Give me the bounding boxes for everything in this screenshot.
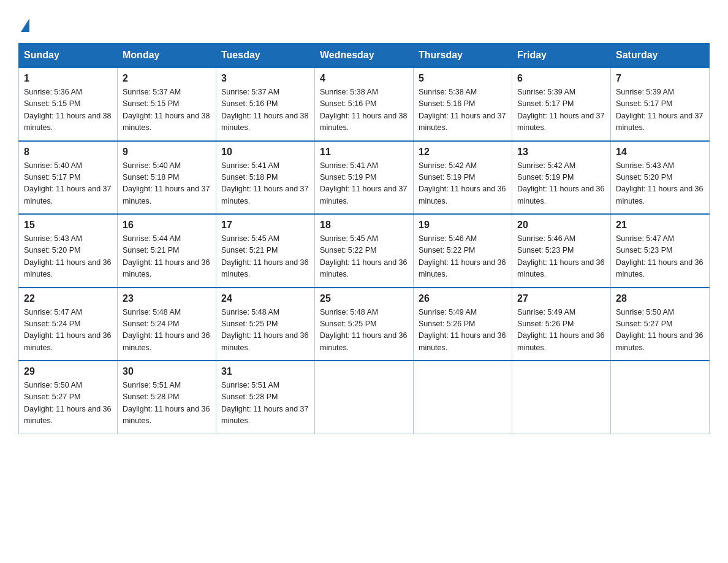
day-info: Sunrise: 5:47 AMSunset: 5:23 PMDaylight:… <box>616 233 704 281</box>
calendar-cell: 22Sunrise: 5:47 AMSunset: 5:24 PMDayligh… <box>19 288 118 361</box>
calendar-cell: 3Sunrise: 5:37 AMSunset: 5:16 PMDaylight… <box>216 67 315 141</box>
day-info: Sunrise: 5:49 AMSunset: 5:26 PMDaylight:… <box>517 307 605 354</box>
day-info: Sunrise: 5:45 AMSunset: 5:21 PMDaylight:… <box>221 233 309 281</box>
calendar-cell: 31Sunrise: 5:51 AMSunset: 5:28 PMDayligh… <box>216 361 315 434</box>
day-info: Sunrise: 5:43 AMSunset: 5:20 PMDaylight:… <box>24 233 112 281</box>
header-wednesday: Wednesday <box>315 44 414 68</box>
day-info: Sunrise: 5:50 AMSunset: 5:27 PMDaylight:… <box>24 380 112 427</box>
day-number: 1 <box>24 73 112 84</box>
calendar-cell: 19Sunrise: 5:46 AMSunset: 5:22 PMDayligh… <box>414 214 512 288</box>
calendar-cell <box>414 361 512 434</box>
header-saturday: Saturday <box>611 44 710 68</box>
calendar-cell <box>315 361 414 434</box>
week-row-2: 8Sunrise: 5:40 AMSunset: 5:17 PMDaylight… <box>19 141 710 215</box>
calendar-cell: 4Sunrise: 5:38 AMSunset: 5:16 PMDaylight… <box>315 67 414 141</box>
day-info: Sunrise: 5:41 AMSunset: 5:19 PMDaylight:… <box>320 160 408 208</box>
calendar-cell: 5Sunrise: 5:38 AMSunset: 5:16 PMDaylight… <box>414 67 512 141</box>
calendar-cell: 9Sunrise: 5:40 AMSunset: 5:18 PMDaylight… <box>118 141 216 215</box>
day-info: Sunrise: 5:42 AMSunset: 5:19 PMDaylight:… <box>517 160 605 208</box>
week-row-3: 15Sunrise: 5:43 AMSunset: 5:20 PMDayligh… <box>19 214 710 288</box>
day-info: Sunrise: 5:48 AMSunset: 5:25 PMDaylight:… <box>320 307 408 354</box>
day-number: 5 <box>419 73 507 84</box>
page-header <box>18 12 710 32</box>
day-info: Sunrise: 5:50 AMSunset: 5:27 PMDaylight:… <box>616 307 704 354</box>
day-number: 22 <box>24 293 112 304</box>
day-number: 21 <box>616 220 704 231</box>
day-info: Sunrise: 5:49 AMSunset: 5:26 PMDaylight:… <box>419 307 507 354</box>
calendar-table: SundayMondayTuesdayWednesdayThursdayFrid… <box>18 43 710 434</box>
week-row-1: 1Sunrise: 5:36 AMSunset: 5:15 PMDaylight… <box>19 67 710 141</box>
day-info: Sunrise: 5:38 AMSunset: 5:16 PMDaylight:… <box>419 86 507 134</box>
day-info: Sunrise: 5:46 AMSunset: 5:23 PMDaylight:… <box>517 233 605 281</box>
day-info: Sunrise: 5:37 AMSunset: 5:15 PMDaylight:… <box>123 86 211 134</box>
calendar-cell: 12Sunrise: 5:42 AMSunset: 5:19 PMDayligh… <box>414 141 512 215</box>
week-row-5: 29Sunrise: 5:50 AMSunset: 5:27 PMDayligh… <box>19 361 710 434</box>
calendar-cell <box>512 361 611 434</box>
calendar-cell: 24Sunrise: 5:48 AMSunset: 5:25 PMDayligh… <box>216 288 315 361</box>
calendar-cell: 6Sunrise: 5:39 AMSunset: 5:17 PMDaylight… <box>512 67 611 141</box>
day-number: 3 <box>221 73 309 84</box>
day-info: Sunrise: 5:36 AMSunset: 5:15 PMDaylight:… <box>24 86 112 134</box>
calendar-cell: 30Sunrise: 5:51 AMSunset: 5:28 PMDayligh… <box>118 361 216 434</box>
calendar-cell: 2Sunrise: 5:37 AMSunset: 5:15 PMDaylight… <box>118 67 216 141</box>
day-info: Sunrise: 5:45 AMSunset: 5:22 PMDaylight:… <box>320 233 408 281</box>
day-info: Sunrise: 5:47 AMSunset: 5:24 PMDaylight:… <box>24 307 112 354</box>
day-number: 26 <box>419 293 507 304</box>
day-number: 14 <box>616 147 704 158</box>
day-number: 18 <box>320 220 408 231</box>
day-number: 31 <box>221 366 309 377</box>
day-info: Sunrise: 5:46 AMSunset: 5:22 PMDaylight:… <box>419 233 507 281</box>
day-number: 24 <box>221 293 309 304</box>
day-info: Sunrise: 5:51 AMSunset: 5:28 PMDaylight:… <box>123 380 211 427</box>
calendar-cell <box>611 361 710 434</box>
header-sunday: Sunday <box>19 44 118 68</box>
day-number: 2 <box>123 73 211 84</box>
day-number: 17 <box>221 220 309 231</box>
day-number: 9 <box>123 147 211 158</box>
day-number: 29 <box>24 366 112 377</box>
day-number: 13 <box>517 147 605 158</box>
calendar-cell: 27Sunrise: 5:49 AMSunset: 5:26 PMDayligh… <box>512 288 611 361</box>
day-number: 15 <box>24 220 112 231</box>
day-info: Sunrise: 5:48 AMSunset: 5:24 PMDaylight:… <box>123 307 211 354</box>
day-number: 30 <box>123 366 211 377</box>
calendar-cell: 8Sunrise: 5:40 AMSunset: 5:17 PMDaylight… <box>19 141 118 215</box>
day-number: 16 <box>123 220 211 231</box>
calendar-cell: 17Sunrise: 5:45 AMSunset: 5:21 PMDayligh… <box>216 214 315 288</box>
calendar-cell: 16Sunrise: 5:44 AMSunset: 5:21 PMDayligh… <box>118 214 216 288</box>
logo-triangle-icon <box>21 18 29 32</box>
day-info: Sunrise: 5:39 AMSunset: 5:17 PMDaylight:… <box>517 86 605 134</box>
calendar-cell: 14Sunrise: 5:43 AMSunset: 5:20 PMDayligh… <box>611 141 710 215</box>
calendar-cell: 13Sunrise: 5:42 AMSunset: 5:19 PMDayligh… <box>512 141 611 215</box>
day-number: 4 <box>320 73 408 84</box>
day-number: 7 <box>616 73 704 84</box>
calendar-cell: 18Sunrise: 5:45 AMSunset: 5:22 PMDayligh… <box>315 214 414 288</box>
day-number: 11 <box>320 147 408 158</box>
calendar-cell: 25Sunrise: 5:48 AMSunset: 5:25 PMDayligh… <box>315 288 414 361</box>
day-info: Sunrise: 5:37 AMSunset: 5:16 PMDaylight:… <box>221 86 309 134</box>
calendar-cell: 23Sunrise: 5:48 AMSunset: 5:24 PMDayligh… <box>118 288 216 361</box>
day-number: 12 <box>419 147 507 158</box>
calendar-cell: 10Sunrise: 5:41 AMSunset: 5:18 PMDayligh… <box>216 141 315 215</box>
day-info: Sunrise: 5:42 AMSunset: 5:19 PMDaylight:… <box>419 160 507 208</box>
day-number: 6 <box>517 73 605 84</box>
header-friday: Friday <box>512 44 611 68</box>
day-info: Sunrise: 5:41 AMSunset: 5:18 PMDaylight:… <box>221 160 309 208</box>
day-number: 27 <box>517 293 605 304</box>
day-number: 19 <box>419 220 507 231</box>
day-info: Sunrise: 5:44 AMSunset: 5:21 PMDaylight:… <box>123 233 211 281</box>
day-number: 20 <box>517 220 605 231</box>
day-number: 10 <box>221 147 309 158</box>
header-tuesday: Tuesday <box>216 44 315 68</box>
calendar-cell: 20Sunrise: 5:46 AMSunset: 5:23 PMDayligh… <box>512 214 611 288</box>
day-info: Sunrise: 5:38 AMSunset: 5:16 PMDaylight:… <box>320 86 408 134</box>
week-row-4: 22Sunrise: 5:47 AMSunset: 5:24 PMDayligh… <box>19 288 710 361</box>
day-number: 25 <box>320 293 408 304</box>
logo <box>18 17 31 32</box>
calendar-cell: 1Sunrise: 5:36 AMSunset: 5:15 PMDaylight… <box>19 67 118 141</box>
day-number: 28 <box>616 293 704 304</box>
day-info: Sunrise: 5:39 AMSunset: 5:17 PMDaylight:… <box>616 86 704 134</box>
calendar-cell: 29Sunrise: 5:50 AMSunset: 5:27 PMDayligh… <box>19 361 118 434</box>
header-monday: Monday <box>118 44 216 68</box>
calendar-cell: 11Sunrise: 5:41 AMSunset: 5:19 PMDayligh… <box>315 141 414 215</box>
